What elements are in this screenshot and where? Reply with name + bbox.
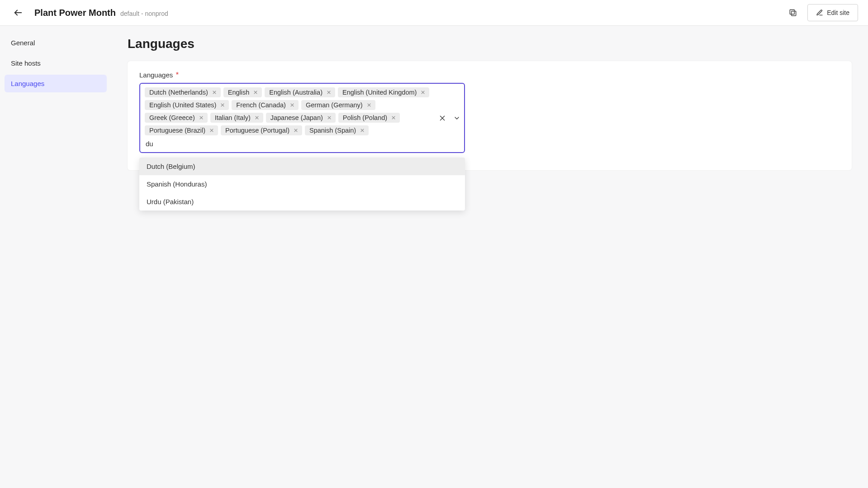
- arrow-left-icon: [13, 8, 23, 18]
- copy-button[interactable]: [784, 4, 802, 22]
- language-chip-label: English: [228, 89, 250, 96]
- back-button[interactable]: [10, 5, 26, 21]
- language-chip: English (United States): [145, 100, 229, 110]
- pencil-icon: [816, 9, 823, 16]
- remove-chip-button[interactable]: [359, 127, 366, 134]
- language-chip-label: Portuguese (Portugal): [225, 127, 289, 134]
- close-icon: [220, 103, 225, 107]
- main-panel: Languages Languages * Dutch (Netherlands…: [111, 26, 868, 488]
- language-chip: Dutch (Netherlands): [145, 87, 221, 97]
- remove-chip-button[interactable]: [252, 89, 259, 96]
- remove-chip-button[interactable]: [390, 114, 397, 121]
- languages-field-label: Languages: [139, 71, 173, 79]
- clear-all-button[interactable]: [439, 115, 446, 122]
- language-chip: Japanese (Japan): [266, 113, 336, 123]
- close-icon: [255, 115, 259, 120]
- remove-chip-button[interactable]: [326, 114, 333, 121]
- site-subtitle: default - nonprod: [120, 10, 168, 17]
- dropdown-option[interactable]: Dutch (Belgium): [139, 158, 465, 175]
- remove-chip-button[interactable]: [219, 101, 226, 109]
- remove-chip-button[interactable]: [325, 89, 332, 96]
- close-icon: [327, 90, 331, 95]
- top-bar: Plant Power Month default - nonprod Edit…: [0, 0, 868, 26]
- remove-chip-button[interactable]: [419, 89, 427, 96]
- language-chip: French (Canada): [232, 100, 299, 110]
- language-chip: Portuguese (Brazil): [145, 125, 218, 135]
- language-chip-label: French (Canada): [236, 101, 286, 109]
- language-chip-label: Greek (Greece): [149, 114, 195, 121]
- close-icon: [253, 90, 258, 95]
- language-chip-label: Spanish (Spain): [309, 127, 356, 134]
- language-chip-label: German (Germany): [306, 101, 363, 109]
- languages-card: Languages * Dutch (Netherlands)EnglishEn…: [128, 61, 852, 170]
- chevron-down-icon: [453, 115, 460, 122]
- close-icon: [439, 115, 446, 122]
- language-chip-label: English (United States): [149, 101, 216, 109]
- language-chip: Polish (Poland): [338, 113, 400, 123]
- dropdown-option-label: Spanish (Honduras): [147, 180, 207, 188]
- sidebar-item-site-hosts[interactable]: Site hosts: [5, 54, 107, 72]
- close-icon: [360, 128, 365, 133]
- field-label-row: Languages *: [139, 71, 840, 79]
- language-chip-label: Portuguese (Brazil): [149, 127, 205, 134]
- language-chip: English (United Kingdom): [338, 87, 429, 97]
- edit-site-button[interactable]: Edit site: [807, 4, 858, 21]
- sidebar: GeneralSite hostsLanguages: [0, 26, 111, 488]
- language-chip-label: Polish (Poland): [343, 114, 387, 121]
- copy-icon: [788, 8, 797, 17]
- language-chip: Portuguese (Portugal): [221, 125, 302, 135]
- sidebar-item-label: Languages: [11, 80, 44, 87]
- title-wrap: Plant Power Month default - nonprod: [34, 8, 168, 18]
- svg-rect-2: [790, 10, 795, 14]
- close-icon: [199, 115, 204, 120]
- language-chip-label: English (United Kingdom): [342, 89, 417, 96]
- language-chip-label: Dutch (Netherlands): [149, 89, 208, 96]
- language-chip: German (Germany): [301, 100, 375, 110]
- close-icon: [327, 115, 332, 120]
- language-chip: English: [223, 87, 262, 97]
- remove-chip-button[interactable]: [292, 127, 299, 134]
- languages-multiselect-wrap: Dutch (Netherlands)EnglishEnglish (Austr…: [139, 83, 465, 153]
- dropdown-option[interactable]: Spanish (Honduras): [139, 175, 465, 193]
- languages-multiselect[interactable]: Dutch (Netherlands)EnglishEnglish (Austr…: [139, 83, 465, 153]
- language-chip: English (Australia): [265, 87, 335, 97]
- close-icon: [290, 103, 294, 107]
- site-title: Plant Power Month: [34, 8, 116, 18]
- remove-chip-button[interactable]: [253, 114, 261, 121]
- close-icon: [391, 115, 396, 120]
- remove-chip-button[interactable]: [365, 101, 373, 109]
- language-chip-label: English (Australia): [269, 89, 323, 96]
- close-icon: [212, 90, 217, 95]
- edit-site-label: Edit site: [827, 9, 849, 16]
- remove-chip-button[interactable]: [198, 114, 205, 121]
- required-marker: *: [176, 71, 179, 79]
- multiselect-controls: [439, 83, 460, 153]
- sidebar-item-label: Site hosts: [11, 59, 41, 67]
- language-chip-label: Italian (Italy): [215, 114, 251, 121]
- dropdown-option-label: Dutch (Belgium): [147, 163, 195, 170]
- dropdown-option[interactable]: Urdu (Pakistan): [139, 193, 465, 211]
- close-icon: [209, 128, 214, 133]
- language-chip: Spanish (Spain): [305, 125, 369, 135]
- dropdown-toggle[interactable]: [453, 115, 460, 122]
- page-title: Languages: [128, 37, 852, 51]
- languages-dropdown: Dutch (Belgium)Spanish (Honduras)Urdu (P…: [139, 158, 465, 211]
- remove-chip-button[interactable]: [211, 89, 218, 96]
- language-chip: Greek (Greece): [145, 113, 208, 123]
- close-icon: [421, 90, 425, 95]
- sidebar-item-general[interactable]: General: [5, 34, 107, 52]
- selected-chip-list: Dutch (Netherlands)EnglishEnglish (Austr…: [145, 87, 439, 149]
- remove-chip-button[interactable]: [208, 127, 215, 134]
- language-chip: Italian (Italy): [210, 113, 263, 123]
- sidebar-item-languages[interactable]: Languages: [5, 75, 107, 92]
- close-icon: [367, 103, 371, 107]
- remove-chip-button[interactable]: [289, 101, 296, 109]
- close-icon: [294, 128, 298, 133]
- languages-search-input[interactable]: [145, 138, 232, 149]
- svg-rect-1: [792, 11, 796, 16]
- sidebar-item-label: General: [11, 39, 35, 47]
- dropdown-option-label: Urdu (Pakistan): [147, 198, 194, 206]
- language-chip-label: Japanese (Japan): [270, 114, 323, 121]
